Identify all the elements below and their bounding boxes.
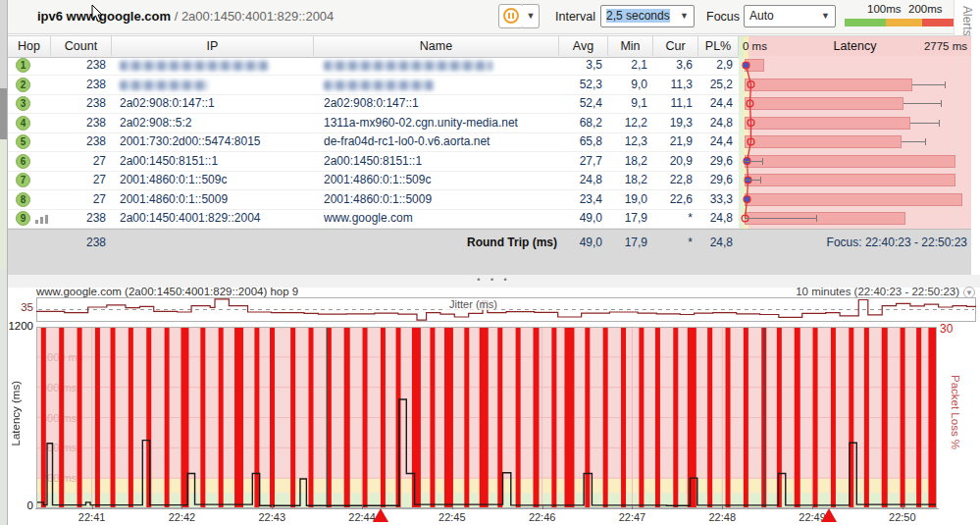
col-header-count[interactable]: Count <box>51 36 112 56</box>
cell-cur: * <box>653 209 693 229</box>
trace-table-header: Hop Count IP Name Avg Min Cur PL% 0 ms L… <box>8 35 971 58</box>
alerts-tab-label: Alerts <box>960 6 974 36</box>
cell-avg: 65,8 <box>559 132 602 152</box>
cell-pl: 29,6 <box>698 171 733 190</box>
round-trip-row: 238 Round Trip (ms) 49,0 17,9 * 24,8 Foc… <box>8 229 971 276</box>
col-header-avg[interactable]: Avg <box>559 36 608 56</box>
time-axis-tick <box>542 505 543 509</box>
cell-count: 238 <box>51 94 106 114</box>
time-axis-tick <box>362 505 363 509</box>
col-header-min[interactable]: Min <box>608 36 653 56</box>
hop-number-badge: 3 <box>16 96 30 111</box>
cell-name: 2001:4860:0:1::509c <box>324 171 557 190</box>
hop-number-badge: 1 <box>16 58 30 73</box>
cell-min: 12,2 <box>608 114 647 133</box>
hop-number-badge: 2 <box>16 78 30 92</box>
hop-number-badge: 7 <box>16 173 30 187</box>
packet-loss-axis-max: 30 <box>940 322 953 336</box>
cell-ip: 2a02:908::5:2 <box>120 114 312 133</box>
time-axis-label: 22:46 <box>523 511 562 523</box>
round-trip-min: 17,9 <box>608 233 647 252</box>
current-latency-marker-line <box>739 56 971 229</box>
cell-pl: 24,8 <box>698 209 733 229</box>
splitter-grip-icon: • • • <box>477 275 510 285</box>
alert-marker-triangle[interactable] <box>821 508 837 522</box>
pause-icon <box>503 8 519 24</box>
chevron-down-icon: ▼ <box>680 6 689 26</box>
cell-ip: 2001:4860:0:1::5009 <box>120 190 312 210</box>
cell-name-redacted <box>324 80 434 90</box>
cell-pl: 33,3 <box>698 190 733 210</box>
round-trip-pl: 24,8 <box>698 233 733 252</box>
time-axis-tick <box>812 505 813 509</box>
col-header-hop[interactable]: Hop <box>8 36 51 56</box>
toolbar: ipv6 www.google.com / 2a00:1450:4001:829… <box>8 0 980 34</box>
cell-name: 1311a-mx960-02.cgn.unity-media.net <box>324 114 557 133</box>
cell-cur: 3,6 <box>653 56 693 76</box>
cell-ip-redacted <box>120 61 269 71</box>
whisker-end-tick <box>760 177 761 184</box>
latency-axis-title: Latency (ms) <box>10 381 22 446</box>
target-title: ipv6 www.google.com / 2a00:1450:4001:829… <box>37 9 334 24</box>
interval-label: Interval <box>555 10 595 24</box>
focus-range-text: Focus: 22:40:23 - 22:50:23 <box>753 233 967 252</box>
cell-pl: 25,2 <box>698 76 733 95</box>
time-axis-label: 22:41 <box>73 511 112 523</box>
cell-pl: 24,4 <box>698 94 733 114</box>
legend-100ms-label: 100ms <box>867 3 902 15</box>
pause-dropdown-arrow[interactable]: ▼ <box>523 4 540 28</box>
target-host: ipv6 www.google.com <box>37 9 171 24</box>
jitter-strip-chart[interactable] <box>36 297 976 322</box>
cell-avg: 24,8 <box>559 171 602 190</box>
latency-range-whisker <box>745 180 760 181</box>
cell-min: 19,0 <box>608 190 647 210</box>
pause-button[interactable] <box>498 4 524 28</box>
whisker-end-tick <box>816 215 817 222</box>
time-axis-tick <box>272 505 273 509</box>
cell-min: 12,3 <box>608 132 647 152</box>
cell-cur: 11,1 <box>653 94 693 114</box>
chevron-down-icon: ▼ <box>821 6 830 26</box>
col-header-pl[interactable]: PL% <box>698 36 739 56</box>
col-header-name[interactable]: Name <box>314 36 559 56</box>
cell-avg: 52,3 <box>559 76 602 95</box>
alert-marker-triangle[interactable] <box>373 508 388 522</box>
cell-count: 27 <box>51 152 106 172</box>
time-axis-tick <box>632 505 633 509</box>
cell-name: 2a02:908:0:147::1 <box>324 94 557 114</box>
interval-select[interactable]: 2,5 seconds▼ <box>600 5 695 27</box>
col-header-ip[interactable]: IP <box>112 36 314 56</box>
time-axis-label: 22:45 <box>433 511 472 523</box>
whisker-end-tick <box>762 158 763 165</box>
cell-ip-redacted <box>120 80 208 90</box>
hop-number-badge: 4 <box>16 116 30 131</box>
cell-count: 238 <box>51 132 106 152</box>
cell-cur: 22,6 <box>653 190 693 210</box>
cell-count: 238 <box>51 76 106 95</box>
col-header-cur[interactable]: Cur <box>653 36 698 56</box>
cell-cur: 19,3 <box>653 114 693 133</box>
focus-select[interactable]: Auto▼ <box>744 5 836 27</box>
cell-min: 9,0 <box>608 76 647 95</box>
time-axis <box>35 508 939 509</box>
cell-name: 2001:4860:0:1::5009 <box>324 190 557 210</box>
timeline-latency-chart[interactable]: 1000 ms800 ms600 ms400 ms200 ms <box>36 327 937 508</box>
time-axis-label: 22:43 <box>252 511 291 523</box>
cell-ip: 2001:4860:0:1::509c <box>120 171 312 190</box>
cell-min: 18,2 <box>608 152 647 172</box>
legend-200ms-label: 200ms <box>908 3 943 15</box>
cell-name-redacted <box>324 61 492 71</box>
col-header-latency[interactable]: 0 ms Latency 2775 ms <box>739 36 971 56</box>
focus-value: Auto <box>749 9 774 23</box>
cell-min: 2,1 <box>608 56 647 76</box>
cell-pl: 2,9 <box>698 56 733 76</box>
time-axis-label: 22:42 <box>162 511 201 523</box>
cell-min: 18,2 <box>608 171 647 190</box>
interval-value: 2,5 seconds <box>606 9 670 23</box>
cell-avg: 27,7 <box>559 152 602 172</box>
packet-loss-axis-title: Packet Loss % <box>950 375 961 449</box>
timeline-range-selector[interactable]: 10 minutes (22:40:23 - 22:50:23) <box>589 286 959 297</box>
cell-count: 238 <box>51 56 106 76</box>
cell-cur: 21,9 <box>653 132 693 152</box>
cell-ip: 2a02:908:0:147::1 <box>120 94 312 114</box>
